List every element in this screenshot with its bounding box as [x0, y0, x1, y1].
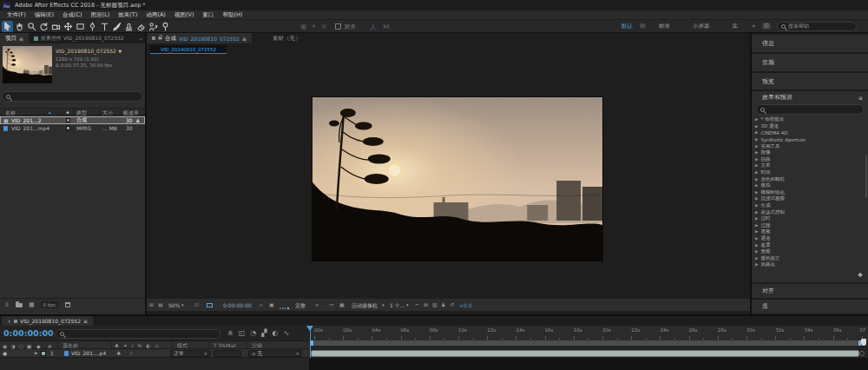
layer-shy-icon[interactable]: ♣ [116, 350, 121, 356]
effects-category-row[interactable]: ▶Synthetic Aperture [752, 136, 868, 143]
unified-camera-tool-icon[interactable] [50, 21, 62, 32]
expand-arrow-icon[interactable]: ▶ [755, 223, 758, 228]
camera-caret-icon[interactable]: ▾ [382, 302, 385, 307]
label-swatch[interactable] [66, 118, 70, 122]
layer-eye-icon[interactable]: ◉ [3, 350, 7, 356]
rectangle-tool-icon[interactable] [75, 21, 86, 32]
menu-item-7[interactable]: 窗口 [198, 10, 218, 20]
effects-category-row[interactable]: ▶3D 通道 [752, 123, 868, 130]
camera-track-tool-icon[interactable]: ▣ [300, 23, 307, 30]
channels-rgb-icon[interactable] [279, 304, 290, 310]
tab-effect-controls[interactable]: 效果控件 VID_20190810_072552 [41, 35, 124, 43]
delete-icon[interactable] [65, 302, 70, 307]
expand-arrow-icon[interactable]: ▶ [755, 262, 758, 267]
expand-arrow-icon[interactable]: ▶ [755, 124, 758, 129]
graph-editor-icon[interactable]: ∿ [283, 329, 289, 337]
work-area-marker-icon[interactable] [861, 339, 866, 346]
menu-item-8[interactable]: 帮助(H) [218, 10, 247, 20]
effects-category-row[interactable]: ▶音频 [752, 248, 868, 255]
preview-caret-icon[interactable]: ▼ [118, 49, 122, 54]
effects-category-row[interactable]: ▶实用工具 [752, 142, 868, 149]
menu-item-3[interactable]: 图层(L) [87, 10, 115, 20]
expand-arrow-icon[interactable]: ▶ [755, 170, 758, 175]
menu-item-4[interactable]: 效果(T) [114, 10, 141, 20]
effects-category-row[interactable]: ▶模拟 [752, 182, 868, 189]
effects-scrollbar[interactable] [865, 155, 867, 198]
panel-align[interactable]: 对齐 [752, 284, 868, 298]
effects-category-row[interactable]: ▶生成 [752, 202, 868, 209]
close-tab-icon[interactable]: × [7, 318, 11, 324]
effects-category-row[interactable]: ▶表达式控制 [752, 208, 868, 215]
resolution-caret-icon[interactable]: ▾ [316, 302, 319, 307]
expand-arrow-icon[interactable]: ▶ [755, 249, 758, 254]
effects-category-row[interactable]: ▶风格化 [752, 261, 868, 268]
expand-arrow-icon[interactable]: ▶ [755, 243, 758, 248]
composition-viewport[interactable] [312, 97, 602, 261]
rotation-tool-icon[interactable] [38, 21, 49, 32]
shy-icon[interactable]: ♣ [115, 343, 119, 348]
expand-arrow-icon[interactable]: ▶ [755, 163, 758, 168]
effects-category-row[interactable]: ▶扭曲 [752, 156, 868, 163]
layer-quality-icon[interactable]: ∕ [130, 350, 132, 356]
expand-arrow-icon[interactable]: ▶ [755, 229, 758, 234]
expand-arrow-icon[interactable]: ▶ [755, 190, 758, 195]
fx-icon[interactable]: fx [137, 343, 141, 348]
layer-name[interactable]: VID_201....p4 [71, 350, 106, 356]
workspace-item[interactable]: 标准 [655, 23, 674, 30]
column-trkmat[interactable]: T TrkMat [214, 342, 236, 348]
expand-arrow-icon[interactable]: ▶ [755, 130, 758, 135]
motion-blur-icon[interactable]: ◐ [272, 329, 278, 337]
share-view-icon[interactable]: ⌐ [415, 301, 419, 307]
workspace-active[interactable]: 默认 [618, 23, 636, 30]
layer-row[interactable]: ◉ ▶ 1 VID_201....p4 ♣ ∕ 正常 ▾ ◎ 无 ▾ [0, 349, 309, 358]
view-layout-caret-icon[interactable]: ▾ [406, 302, 409, 307]
effects-category-row[interactable]: ▶* 动画预设 [752, 116, 868, 123]
snap-option-icon[interactable]: 人 [370, 23, 377, 32]
effects-category-row[interactable]: ▶遮罩 [752, 241, 868, 248]
effects-panel-menu-icon[interactable]: ≡ [858, 95, 863, 101]
work-area-bar[interactable] [311, 340, 861, 346]
expand-arrow-icon[interactable]: ▶ [755, 203, 758, 208]
interpret-footage-icon[interactable]: ⇩ [4, 301, 10, 308]
comp-mini-flowchart-icon[interactable]: ⋔ [227, 329, 233, 337]
zoom-tool-icon[interactable] [26, 21, 37, 32]
panel-menu-icon[interactable]: ≡ [19, 36, 23, 42]
project-item-row[interactable]: ▦VID_201...2合成30♟ [0, 116, 145, 124]
project-search-field[interactable] [2, 91, 142, 102]
mask-feather-tool-icon[interactable]: ≋ [321, 23, 327, 30]
tab-footage[interactable]: 素材（无） [273, 35, 301, 43]
lock-viewer-icon[interactable] [159, 36, 162, 39]
resolution-value[interactable]: 完整 [295, 302, 306, 310]
playhead-line[interactable] [310, 326, 311, 358]
audio-icon[interactable]: ◑ [10, 343, 15, 349]
viewer-comp-button[interactable]: VID_20190810_072552 [150, 45, 227, 54]
layer-out-handle-icon[interactable] [859, 351, 865, 356]
layer-label-swatch[interactable] [41, 351, 46, 356]
expand-arrow-icon[interactable]: ▶ [755, 236, 758, 241]
layer-trkmat-field[interactable] [214, 350, 241, 357]
effects-category-row[interactable]: ▶过渡 [752, 222, 868, 229]
pixel-aspect-icon[interactable]: ⊞ [149, 301, 154, 307]
effects-category-row[interactable]: ▶模糊和锐化 [752, 189, 868, 196]
snapshot-camera-icon[interactable]: ⌗ [260, 301, 262, 308]
roto-brush-tool-icon[interactable] [148, 21, 159, 32]
label-column-icon[interactable]: ◆ [66, 109, 69, 115]
effects-category-row[interactable]: ▶过时 [752, 215, 868, 222]
hide-shy-layers-icon[interactable]: ◔ [250, 329, 256, 337]
work-area-start-handle[interactable] [311, 340, 313, 346]
project-list-header[interactable]: 名称 ▴ ◆ 类型 大小 帧速率 [0, 108, 145, 116]
panel-audio[interactable]: 音频 [752, 54, 868, 71]
expand-arrow-icon[interactable]: ▶ [755, 210, 758, 215]
adjustment-icon[interactable]: ◐ [147, 343, 151, 348]
layer-mode-dropdown[interactable]: 正常 ▾ [170, 350, 210, 357]
project-item-row[interactable]: VID_201...mp4MPEG... MB30 [0, 124, 145, 132]
effects-category-row[interactable]: ▶时间 [752, 169, 868, 176]
effects-category-row[interactable]: ▶抠像 [752, 149, 868, 156]
sort-ascending-icon[interactable]: ▴ [49, 109, 51, 115]
paint-panel-icon[interactable]: ✦ [311, 23, 317, 30]
expand-arrow-icon[interactable]: ▶ [755, 183, 758, 188]
expand-arrow-icon[interactable]: ▶ [755, 150, 758, 155]
snap-option2-icon[interactable]: ⋈ [383, 23, 390, 30]
timeline-button-icon[interactable]: ▥ [432, 301, 437, 307]
snap-checkbox[interactable] [335, 23, 341, 30]
